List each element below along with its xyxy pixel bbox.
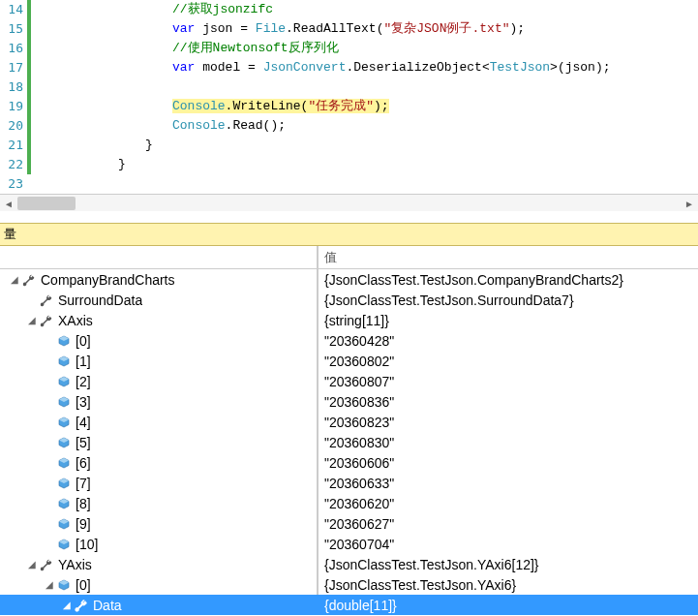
watch-name: [2]	[76, 374, 91, 389]
watch-name: [6]	[76, 455, 91, 471]
code-line[interactable]: Console.Read();	[91, 116, 698, 136]
watch-value: "20360620"	[324, 496, 394, 511]
value-cube-icon	[56, 394, 72, 410]
watch-name: [5]	[76, 435, 91, 450]
watch-value: "20360830"	[324, 435, 394, 450]
watch-row[interactable]: [10]"20360704"	[0, 534, 698, 554]
watch-row[interactable]: SurroundData{JsonClassTest.TestJson.Surr…	[0, 290, 698, 310]
column-header-value[interactable]: 值	[318, 246, 698, 268]
line-number: 18	[0, 77, 23, 97]
scroll-right-arrow-icon[interactable]: ►	[681, 195, 698, 212]
watch-value: "20360704"	[324, 537, 394, 552]
value-cube-icon	[56, 476, 72, 491]
scroll-left-arrow-icon[interactable]: ◄	[0, 195, 17, 212]
line-number: 22	[0, 155, 23, 174]
watch-row[interactable]: [1]"20360802"	[0, 351, 698, 371]
watch-name: YAxis	[58, 557, 92, 572]
watch-row[interactable]: [4]"20360823"	[0, 412, 698, 432]
watch-value: {JsonClassTest.TestJson.SurroundData7}	[324, 293, 574, 308]
property-wrench-icon	[39, 313, 54, 328]
collapse-toggle-icon[interactable]: ◢	[60, 600, 74, 610]
watch-row[interactable]: [3]"20360836"	[0, 391, 698, 412]
watch-value: "20360606"	[324, 455, 394, 471]
code-content[interactable]: //获取jsonzifcvar json = File.ReadAllText(…	[43, 0, 698, 194]
value-cube-icon	[56, 455, 72, 471]
code-line[interactable]: //使用Newtonsoft反序列化	[91, 39, 698, 58]
watch-row[interactable]: [9]"20360627"	[0, 513, 698, 534]
code-line[interactable]	[91, 174, 698, 194]
watch-name: [0]	[76, 577, 91, 593]
line-number: 16	[0, 39, 23, 58]
value-cube-icon	[56, 374, 72, 389]
watch-name: [4]	[76, 415, 91, 430]
line-number: 14	[0, 0, 23, 19]
watch-value: {string[11]}	[324, 313, 389, 328]
watch-row[interactable]: ◢YAxis{JsonClassTest.TestJson.YAxi6[12]}	[0, 554, 698, 574]
code-editor[interactable]: 1415161718192021222324 //获取jsonzifcvar j…	[0, 0, 698, 194]
property-wrench-icon	[39, 557, 54, 572]
watch-columns-header: 值	[0, 246, 698, 269]
watch-name: XAxis	[58, 313, 93, 328]
code-line[interactable]: }	[91, 136, 698, 155]
collapse-toggle-icon[interactable]: ◢	[25, 315, 39, 325]
watch-row[interactable]: ◢XAxis{string[11]}	[0, 310, 698, 330]
watch-value: "20360802"	[324, 354, 394, 369]
watch-row[interactable]: ◢[0]{JsonClassTest.TestJson.YAxi6}	[0, 574, 698, 595]
watch-value: "20360633"	[324, 476, 394, 491]
change-marker-strip	[27, 0, 43, 194]
value-cube-icon	[56, 577, 72, 593]
watch-name: [3]	[76, 394, 91, 410]
panel-title-text: 量	[4, 226, 16, 243]
watch-row[interactable]: [2]"20360807"	[0, 371, 698, 391]
value-cube-icon	[56, 415, 72, 430]
watch-value: "20360823"	[324, 415, 394, 430]
watch-value: {JsonClassTest.TestJson.CompanyBrandChar…	[324, 272, 623, 288]
watch-name: CompanyBrandCharts	[41, 272, 175, 288]
watch-row[interactable]: [6]"20360606"	[0, 452, 698, 473]
collapse-toggle-icon[interactable]: ◢	[8, 274, 21, 285]
line-number: 17	[0, 58, 23, 77]
watch-row[interactable]: [5]"20360830"	[0, 432, 698, 452]
line-number: 20	[0, 116, 23, 136]
watch-name: [0]	[76, 333, 91, 349]
code-line[interactable]: }	[91, 155, 698, 174]
code-line[interactable]: var model = JsonConvert.DeserializeObjec…	[91, 58, 698, 77]
watch-panel-header[interactable]: 量	[0, 223, 698, 246]
watch-tree[interactable]: ◢CompanyBrandCharts{JsonClassTest.TestJs…	[0, 269, 698, 616]
horizontal-scrollbar[interactable]: ◄ ►	[0, 194, 698, 211]
collapse-toggle-icon[interactable]: ◢	[25, 559, 39, 570]
property-wrench-icon	[39, 293, 54, 308]
property-wrench-icon	[74, 598, 89, 613]
value-cube-icon	[56, 537, 72, 552]
code-line[interactable]	[91, 77, 698, 97]
code-line[interactable]: Console.WriteLine("任务完成");	[91, 97, 698, 116]
watch-name: SurroundData	[58, 293, 142, 308]
value-cube-icon	[56, 516, 72, 532]
line-number: 21	[0, 136, 23, 155]
watch-name: [10]	[76, 537, 98, 552]
watch-name: [1]	[76, 354, 91, 369]
property-wrench-icon	[21, 272, 37, 288]
watch-row[interactable]: ◢CompanyBrandCharts{JsonClassTest.TestJs…	[0, 269, 698, 290]
watch-value: "20360836"	[324, 394, 394, 410]
watch-name: Data	[93, 598, 122, 613]
watch-value: "20360807"	[324, 374, 394, 389]
line-number: 19	[0, 97, 23, 116]
scroll-thumb[interactable]	[17, 197, 76, 210]
value-cube-icon	[56, 496, 72, 511]
watch-row[interactable]: [7]"20360633"	[0, 473, 698, 493]
watch-name: [9]	[76, 516, 91, 532]
line-number: 15	[0, 19, 23, 39]
code-line[interactable]: //获取jsonzifc	[91, 0, 698, 19]
watch-row[interactable]: [0]"20360428"	[0, 330, 698, 351]
watch-name: [7]	[76, 476, 91, 491]
watch-value: "20360627"	[324, 516, 394, 532]
watch-value: "20360428"	[324, 333, 394, 349]
watch-row[interactable]: ◢Data{double[11]}	[0, 595, 698, 615]
code-line[interactable]: var json = File.ReadAllText("复杂JSON例子.tx…	[91, 19, 698, 39]
column-header-name[interactable]	[0, 246, 318, 268]
collapse-toggle-icon[interactable]: ◢	[43, 579, 56, 590]
value-cube-icon	[56, 435, 72, 450]
value-cube-icon	[56, 333, 72, 349]
watch-row[interactable]: [8]"20360620"	[0, 493, 698, 513]
